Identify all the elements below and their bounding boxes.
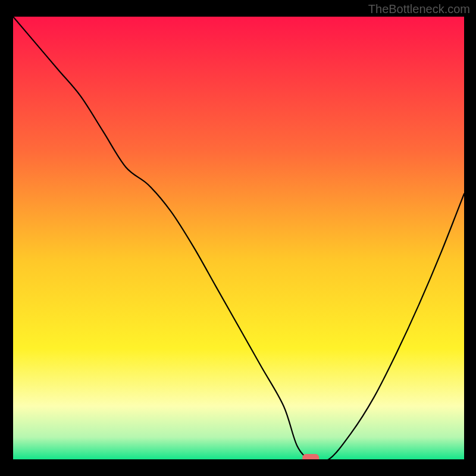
plot-area: [13, 17, 464, 459]
chart-container: TheBottleneck.com: [0, 0, 476, 476]
gradient-background: [13, 17, 464, 459]
chart-svg: [13, 17, 464, 459]
watermark-text: TheBottleneck.com: [368, 2, 470, 16]
optimal-marker: [302, 454, 319, 459]
